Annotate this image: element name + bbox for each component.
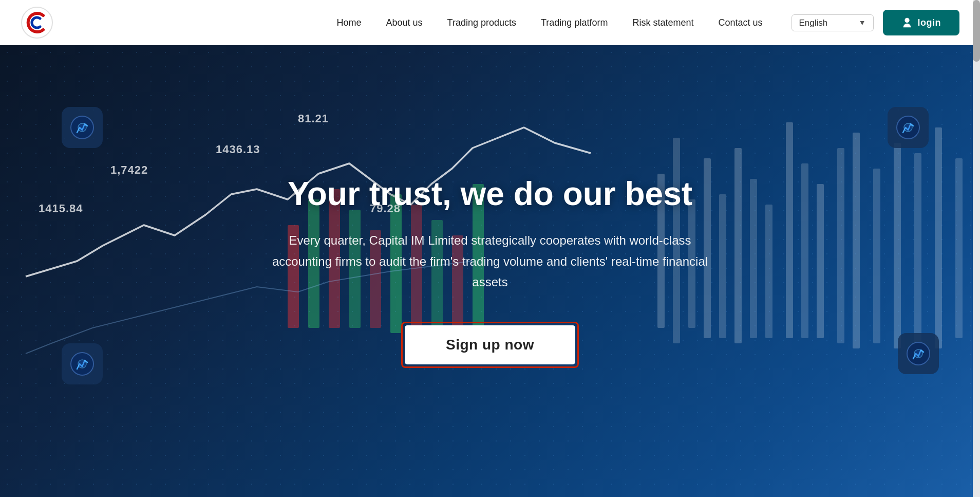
svg-point-0 — [22, 7, 52, 38]
chart-label-141584: 1415.84 — [39, 202, 83, 215]
hero-subtitle: Every quarter, Capital IM Limited strate… — [269, 230, 711, 293]
nav-item-trading-platform[interactable]: Trading platform — [529, 17, 620, 28]
svg-point-32 — [78, 360, 86, 368]
nav-links: Home About us Trading products Trading p… — [325, 17, 775, 28]
svg-point-30 — [78, 123, 86, 132]
scrollbar-thumb[interactable] — [973, 0, 980, 62]
trading-icon-top-right — [888, 107, 929, 148]
trading-icon-mid-left — [62, 343, 103, 384]
nav-link-trading-products[interactable]: Trading products — [435, 13, 529, 32]
nav-link-risk-statement[interactable]: Risk statement — [620, 13, 706, 32]
scrollbar[interactable] — [973, 0, 980, 497]
login-button[interactable]: login — [883, 10, 960, 35]
nav-link-contact-us[interactable]: Contact us — [706, 13, 775, 32]
nav-link-home[interactable]: Home — [325, 13, 374, 32]
nav-item-home[interactable]: Home — [325, 17, 374, 28]
nav-item-risk-statement[interactable]: Risk statement — [620, 17, 706, 28]
signup-button-wrapper: Sign up now — [401, 322, 579, 368]
chart-label-8121: 81.21 — [298, 112, 329, 125]
trading-icon-top-left — [62, 107, 103, 148]
signup-button[interactable]: Sign up now — [405, 325, 575, 364]
chart-label-17422: 1,7422 — [110, 163, 148, 177]
language-dropdown[interactable]: English Chinese Japanese Korean — [799, 18, 855, 28]
hero-section: 81.21 1436.13 1,7422 1415.84 79.28 — [0, 45, 980, 497]
nav-item-trading-products[interactable]: Trading products — [435, 17, 529, 28]
chevron-down-icon: ▼ — [859, 19, 866, 27]
user-icon — [901, 17, 913, 28]
svg-point-36 — [914, 349, 922, 358]
chart-label-143613: 1436.13 — [216, 143, 260, 156]
hero-title: Your trust, we do our best — [269, 174, 711, 214]
nav-item-about[interactable]: About us — [374, 17, 435, 28]
navbar: Home About us Trading products Trading p… — [0, 0, 980, 45]
login-label: login — [918, 17, 941, 28]
nav-item-contact-us[interactable]: Contact us — [706, 17, 775, 28]
logo[interactable] — [21, 6, 53, 39]
svg-point-34 — [904, 123, 912, 132]
hero-content: Your trust, we do our best Every quarter… — [249, 174, 731, 368]
nav-link-trading-platform[interactable]: Trading platform — [529, 13, 620, 32]
nav-link-about[interactable]: About us — [374, 13, 435, 32]
trading-icon-mid-right — [898, 333, 939, 374]
language-selector[interactable]: English Chinese Japanese Korean ▼ — [791, 14, 874, 31]
